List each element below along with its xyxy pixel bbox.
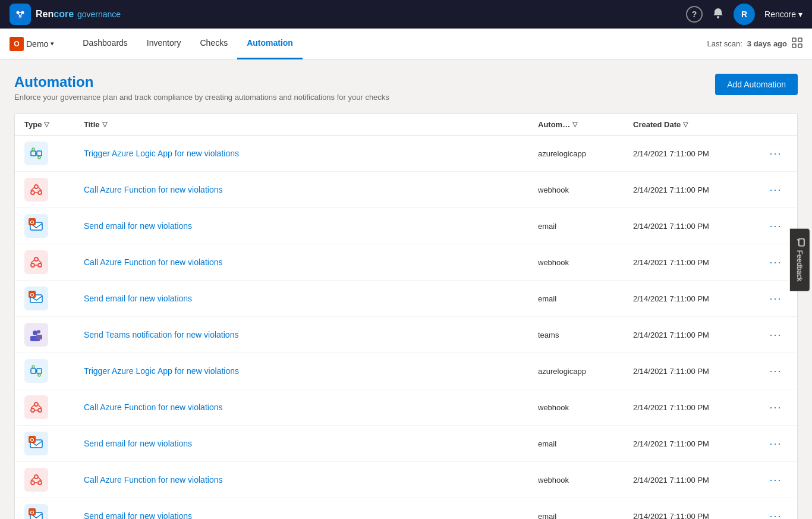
row-title-9[interactable]: Send email for new violations (84, 439, 538, 448)
logo-text: Rencore governance (36, 9, 121, 20)
page-header: Automation Enforce your governance plan … (14, 74, 798, 102)
help-icon[interactable]: ? (686, 6, 703, 23)
date-filter-icon[interactable]: ▽ (683, 121, 688, 128)
row-date-2: 2/14/2021 7:11:00 PM (633, 185, 764, 194)
table-row: Call Azure Function for new violations w… (15, 462, 797, 498)
scan-icon[interactable] (792, 37, 802, 51)
webhook-icon (24, 178, 48, 202)
row-automation-1: azurelogicapp (538, 149, 633, 158)
type-filter-icon[interactable]: ▽ (44, 121, 49, 128)
row-title-8[interactable]: Call Azure Function for new violations (84, 402, 538, 412)
topbar-right: ? R Rencore ▾ (686, 4, 802, 25)
row-more-button-6[interactable]: ··· (764, 326, 786, 344)
table-row: O Send email for new violations email 2/… (15, 498, 797, 519)
secnav-left: O Demo ▾ Dashboards Inventory Checks Aut… (10, 29, 303, 59)
row-actions-3: ··· (764, 218, 788, 235)
row-more-button-8[interactable]: ··· (764, 399, 786, 416)
table-row: O Send email for new violations email 2/… (15, 208, 797, 244)
svg-rect-59 (799, 238, 804, 246)
feedback-tab[interactable]: Feedback (790, 228, 810, 291)
row-more-button-2[interactable]: ··· (764, 181, 786, 199)
row-more-button-1[interactable]: ··· (764, 145, 786, 162)
row-automation-5: email (538, 294, 633, 303)
main-content: Automation Enforce your governance plan … (0, 59, 812, 519)
nav-links: Dashboards Inventory Checks Automation (73, 29, 303, 59)
svg-text:O: O (30, 437, 34, 443)
row-more-button-5[interactable]: ··· (764, 290, 786, 307)
svg-point-7 (717, 16, 719, 18)
row-title-5[interactable]: Send email for new violations (84, 294, 538, 303)
row-date-8: 2/14/2021 7:11:00 PM (633, 403, 764, 412)
nav-automation[interactable]: Automation (237, 29, 303, 59)
svg-rect-37 (36, 335, 42, 339)
svg-text:O: O (30, 219, 34, 225)
table-row: Call Azure Function for new violations w… (15, 172, 797, 208)
svg-rect-11 (798, 44, 802, 48)
table-row: Trigger Azure Logic App for new violatio… (15, 136, 797, 172)
svg-text:O: O (30, 292, 34, 298)
table-row: Call Azure Function for new violations w… (15, 389, 797, 426)
row-automation-8: webhook (538, 403, 633, 412)
row-more-button-7[interactable]: ··· (764, 363, 786, 380)
topbar: Rencore governance ? R Rencore ▾ (0, 0, 812, 29)
row-title-7[interactable]: Trigger Azure Logic App for new violatio… (84, 366, 538, 376)
nav-inventory[interactable]: Inventory (137, 29, 191, 59)
row-automation-2: webhook (538, 185, 633, 194)
row-date-4: 2/14/2021 7:11:00 PM (633, 258, 764, 267)
feedback-icon (795, 238, 805, 246)
svg-rect-43 (29, 400, 44, 415)
automation-table: Type ▽ Title ▽ Autom… ▽ Created Date ▽ (14, 114, 798, 519)
row-automation-10: webhook (538, 476, 633, 485)
row-title-6[interactable]: Send Teams notification for new violatio… (84, 330, 538, 339)
logicapp-icon (24, 141, 48, 165)
row-automation-3: email (538, 222, 633, 231)
col-title: Title ▽ (84, 120, 538, 129)
email-icon: O (24, 432, 48, 455)
logicapp-icon (24, 359, 48, 383)
user-menu[interactable]: Rencore ▾ (764, 10, 802, 19)
row-title-11[interactable]: Send email for new violations (84, 511, 538, 519)
svg-rect-51 (29, 472, 44, 487)
automation-filter-icon[interactable]: ▽ (572, 121, 577, 128)
page-header-text: Automation Enforce your governance plan … (14, 74, 389, 102)
row-more-button-10[interactable]: ··· (764, 471, 786, 489)
svg-text:O: O (30, 509, 34, 515)
notification-icon[interactable] (712, 7, 724, 22)
row-date-9: 2/14/2021 7:11:00 PM (633, 439, 764, 448)
row-title-2[interactable]: Call Azure Function for new violations (84, 185, 538, 194)
webhook-icon (24, 395, 48, 419)
table-row: Send Teams notification for new violatio… (15, 317, 797, 353)
col-automation: Autom… ▽ (538, 120, 633, 129)
row-actions-9: ··· (764, 435, 788, 452)
row-actions-1: ··· (764, 145, 788, 162)
table-row: Trigger Azure Logic App for new violatio… (15, 353, 797, 389)
email-icon: O (24, 504, 48, 519)
row-more-button-3[interactable]: ··· (764, 218, 786, 235)
nav-checks[interactable]: Checks (190, 29, 237, 59)
table-row: O Send email for new violations email 2/… (15, 426, 797, 462)
svg-rect-10 (792, 44, 796, 48)
row-title-10[interactable]: Call Azure Function for new violations (84, 475, 538, 485)
demo-selector[interactable]: O Demo ▾ (10, 37, 54, 51)
row-automation-9: email (538, 439, 633, 448)
nav-dashboards[interactable]: Dashboards (73, 29, 137, 59)
row-more-button-11[interactable]: ··· (764, 508, 786, 520)
add-automation-button[interactable]: Add Automation (715, 74, 798, 95)
row-title-3[interactable]: Send email for new violations (84, 221, 538, 231)
row-more-button-4[interactable]: ··· (764, 254, 786, 271)
row-more-button-9[interactable]: ··· (764, 435, 786, 452)
row-title-4[interactable]: Call Azure Function for new violations (84, 257, 538, 267)
logo-icon (10, 4, 31, 25)
row-title-1[interactable]: Trigger Azure Logic App for new violatio… (84, 149, 538, 158)
row-actions-4: ··· (764, 254, 788, 271)
row-date-7: 2/14/2021 7:11:00 PM (633, 367, 764, 376)
email-icon: O (24, 287, 48, 310)
row-automation-6: teams (538, 331, 633, 339)
row-date-3: 2/14/2021 7:11:00 PM (633, 222, 764, 231)
row-automation-4: webhook (538, 258, 633, 267)
row-actions-2: ··· (764, 181, 788, 199)
title-filter-icon[interactable]: ▽ (102, 121, 107, 128)
page-subtitle: Enforce your governance plan and track c… (14, 93, 389, 102)
table-row: Call Azure Function for new violations w… (15, 244, 797, 281)
svg-rect-8 (792, 38, 796, 42)
